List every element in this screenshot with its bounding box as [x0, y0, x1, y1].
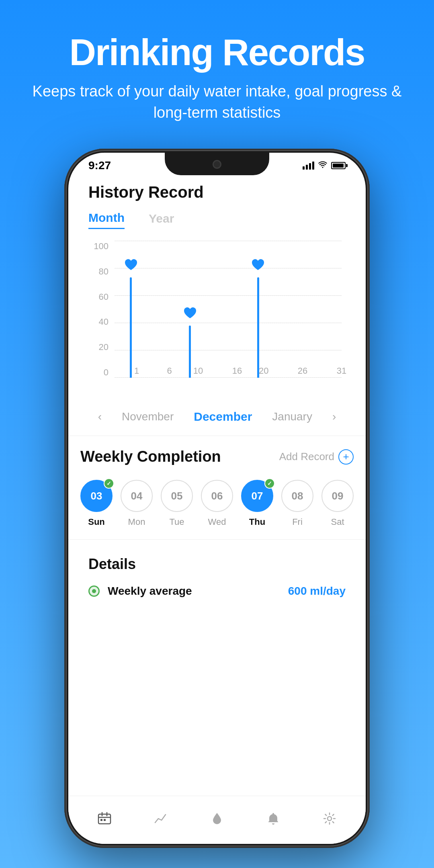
- phone-frame: 9:27: [64, 149, 370, 848]
- nav-item-water[interactable]: [210, 811, 224, 829]
- page-subtitle: Keeps track of your daily water intake, …: [0, 81, 434, 123]
- prev-month-button[interactable]: ‹: [98, 410, 102, 423]
- day-item-tue: 05 Tue: [161, 480, 193, 527]
- day-label-fri: Fri: [292, 517, 303, 527]
- status-time: 9:27: [88, 159, 111, 172]
- add-record-label: Add Record: [279, 450, 334, 463]
- weekly-header: Weekly Completion Add Record +: [80, 448, 354, 465]
- details-title: Details: [88, 556, 346, 573]
- day-circle-05[interactable]: 05: [161, 480, 193, 512]
- phone-screen: 9:27: [68, 153, 366, 844]
- wifi-icon: [318, 161, 327, 170]
- day-num-09: 09: [332, 490, 344, 502]
- tab-month[interactable]: Month: [88, 211, 125, 229]
- day-num-07: 07: [252, 490, 263, 502]
- heart-icon-1: [124, 259, 138, 275]
- status-icons: [303, 161, 346, 170]
- day-item-wed: 06 Wed: [201, 480, 233, 527]
- add-record-button[interactable]: Add Record +: [279, 449, 354, 465]
- next-month-button[interactable]: ›: [332, 410, 336, 423]
- grid-line-20: [115, 350, 342, 350]
- detail-dot: [88, 585, 100, 597]
- detail-value: 600 ml/day: [288, 585, 346, 598]
- heart-icon-3: [251, 259, 265, 275]
- x-label-10: 10: [193, 366, 203, 376]
- details-section: Details Weekly average 600 ml/day: [68, 540, 366, 598]
- grid-line-100: [115, 241, 342, 241]
- day-item-sun: 03 ✓ Sun: [80, 480, 113, 527]
- add-record-icon: +: [338, 449, 354, 465]
- nav-item-records[interactable]: [97, 811, 112, 829]
- day-num-03: 03: [91, 490, 102, 502]
- chart-icon: [154, 811, 168, 829]
- y-label-20: 20: [92, 342, 108, 352]
- page-header: Drinking Records Keeps track of your dai…: [0, 0, 434, 140]
- x-label-26: 26: [298, 366, 307, 376]
- check-badge-03: ✓: [104, 478, 114, 489]
- day-num-04: 04: [131, 490, 143, 502]
- month-december[interactable]: December: [194, 410, 252, 424]
- check-badge-07: ✓: [264, 478, 275, 489]
- bar-3: [251, 259, 265, 378]
- weekly-title: Weekly Completion: [80, 448, 221, 465]
- heart-icon-2: [183, 307, 197, 323]
- y-label-80: 80: [92, 266, 108, 277]
- day-circle-09[interactable]: 09: [321, 480, 354, 512]
- day-item-thu: 07 ✓ Thu: [241, 480, 273, 527]
- drop-icon: [210, 811, 224, 829]
- detail-name: Weekly average: [108, 585, 192, 598]
- svg-rect-5: [104, 819, 106, 821]
- history-section: History Record Month Year 0 20 40 60: [68, 175, 366, 436]
- day-label-thu: Thu: [249, 517, 265, 527]
- day-circle-03[interactable]: 03 ✓: [80, 480, 113, 512]
- detail-left: Weekly average: [88, 585, 192, 598]
- x-label-31: 31: [337, 366, 346, 376]
- day-circle-06[interactable]: 06: [201, 480, 233, 512]
- day-item-fri: 08 Fri: [281, 480, 313, 527]
- weekly-section: Weekly Completion Add Record + 03 ✓ Sun: [68, 436, 366, 527]
- screen-content: 9:27: [68, 153, 366, 844]
- day-label-mon: Mon: [128, 517, 145, 527]
- day-circle-07[interactable]: 07 ✓: [241, 480, 273, 512]
- svg-rect-4: [100, 819, 102, 821]
- camera: [213, 160, 221, 169]
- day-label-sat: Sat: [331, 517, 344, 527]
- phone-notch: [165, 153, 269, 175]
- x-label-20: 20: [259, 366, 268, 376]
- bottom-nav: [68, 796, 366, 844]
- nav-item-stats[interactable]: [154, 811, 168, 829]
- day-circle-04[interactable]: 04: [121, 480, 153, 512]
- chart-y-labels: 0 20 40 60 80 100: [92, 241, 108, 378]
- chart-container: 0 20 40 60 80 100: [88, 241, 346, 394]
- day-item-sat: 09 Sat: [321, 480, 354, 527]
- x-label-6: 6: [167, 366, 172, 376]
- day-num-06: 06: [211, 490, 223, 502]
- day-item-mon: 04 Mon: [121, 480, 153, 527]
- gear-icon: [322, 811, 337, 829]
- nav-item-notifications[interactable]: [266, 811, 280, 829]
- bar-1: [124, 259, 138, 378]
- chart-plot: 1 6 10 16 20 26 31: [115, 241, 342, 378]
- nav-item-settings[interactable]: [322, 811, 337, 829]
- grid-line-60: [115, 295, 342, 296]
- grid-line-80: [115, 268, 342, 268]
- y-label-0: 0: [92, 367, 108, 378]
- days-row: 03 ✓ Sun 04 Mon: [80, 480, 354, 527]
- bell-icon: [266, 811, 280, 829]
- x-label-1: 1: [134, 366, 139, 376]
- detail-row-weekly-avg: Weekly average 600 ml/day: [88, 585, 346, 598]
- svg-point-6: [328, 817, 332, 821]
- day-label-wed: Wed: [208, 517, 226, 527]
- day-circle-08[interactable]: 08: [281, 480, 313, 512]
- chart-x-labels: 1 6 10 16 20 26 31: [137, 364, 342, 378]
- calendar-icon: [97, 811, 112, 829]
- y-label-100: 100: [92, 241, 108, 252]
- month-november[interactable]: November: [122, 410, 174, 423]
- y-label-40: 40: [92, 317, 108, 327]
- y-label-60: 60: [92, 292, 108, 302]
- month-january[interactable]: January: [272, 410, 312, 423]
- tab-year[interactable]: Year: [149, 212, 174, 229]
- grid-line-40: [115, 323, 342, 323]
- day-label-sun: Sun: [88, 517, 105, 527]
- signal-icon: [303, 162, 314, 170]
